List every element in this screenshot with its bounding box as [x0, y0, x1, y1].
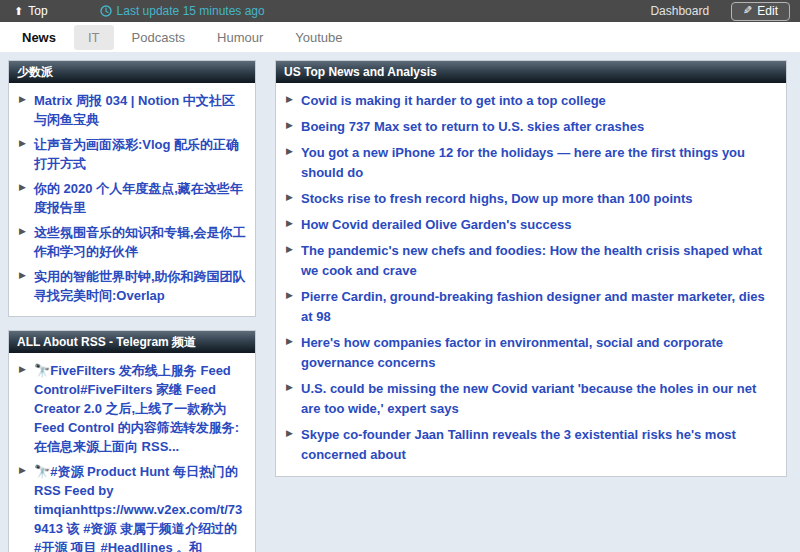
feed-item-link[interactable]: The pandemic's new chefs and foodies: Ho…: [301, 241, 778, 281]
tab-label: Humour: [217, 30, 263, 45]
edit-button[interactable]: ✎ Edit: [731, 2, 790, 21]
bullet-icon: ▶: [286, 215, 301, 235]
top-bar: ⬆ Top Last update 15 minutes ago Dashboa…: [0, 0, 800, 22]
panel-shaoshupai: 少数派 ▶ Matrix 周报 034 | Notion 中文社区与闲鱼宝典 ▶…: [8, 60, 256, 317]
feed-item: ▶ Covid is making it harder to get into …: [286, 91, 778, 111]
tab-label: News: [22, 30, 56, 45]
bullet-icon: ▶: [19, 462, 34, 552]
tab-podcasts[interactable]: Podcasts: [118, 25, 199, 50]
tab-bar: News IT Podcasts Humour Youtube: [0, 22, 800, 52]
bullet-icon: ▶: [19, 179, 34, 217]
last-update-status: Last update 15 minutes ago: [100, 4, 265, 18]
feed-item: ▶ 这些氛围音乐的知识和专辑,会是你工作和学习的好伙伴: [19, 223, 247, 261]
feed-item: ▶ Boeing 737 Max set to return to U.S. s…: [286, 117, 778, 137]
tab-label: Youtube: [295, 30, 342, 45]
panel-title: 少数派: [9, 61, 255, 83]
feed-item-link[interactable]: Here's how companies factor in environme…: [301, 333, 778, 373]
clock-icon: [100, 5, 112, 17]
feed-item: ▶ You got a new iPhone 12 for the holida…: [286, 143, 778, 183]
feed-item: ▶ Matrix 周报 034 | Notion 中文社区与闲鱼宝典: [19, 91, 247, 129]
pencil-icon: ✎: [743, 4, 752, 17]
feed-item: ▶ 🔭FiveFilters 发布线上服务 Feed Control#FiveF…: [19, 361, 247, 456]
bullet-icon: ▶: [19, 223, 34, 261]
bullet-icon: ▶: [286, 287, 301, 327]
feed-item: ▶ 你的 2020 个人年度盘点,藏在这些年度报告里: [19, 179, 247, 217]
tab-label: Podcasts: [132, 30, 185, 45]
bullet-icon: ▶: [286, 189, 301, 209]
feed-item-link[interactable]: 你的 2020 个人年度盘点,藏在这些年度报告里: [34, 179, 247, 217]
scroll-to-top-button[interactable]: ⬆ Top: [14, 4, 48, 18]
bullet-icon: ▶: [19, 267, 34, 305]
dashboard-content: 少数派 ▶ Matrix 周报 034 | Notion 中文社区与闲鱼宝典 ▶…: [0, 52, 800, 552]
feed-item-link[interactable]: Matrix 周报 034 | Notion 中文社区与闲鱼宝典: [34, 91, 247, 129]
feed-item-link[interactable]: How Covid derailed Olive Garden's succes…: [301, 215, 571, 235]
feed-item-link[interactable]: Stocks rise to fresh record highs, Dow u…: [301, 189, 693, 209]
feed-item-link[interactable]: Skype co-founder Jaan Tallinn reveals th…: [301, 425, 778, 465]
panel-body: ▶ Matrix 周报 034 | Notion 中文社区与闲鱼宝典 ▶ 让声音…: [9, 83, 255, 316]
top-label: Top: [28, 4, 47, 18]
panel-title: US Top News and Analysis: [276, 61, 786, 83]
feed-item-link[interactable]: 这些氛围音乐的知识和专辑,会是你工作和学习的好伙伴: [34, 223, 247, 261]
feed-item-link[interactable]: Covid is making it harder to get into a …: [301, 91, 606, 111]
feed-item: ▶ 让声音为画面添彩:Vlog 配乐的正确打开方式: [19, 135, 247, 173]
last-update-text: Last update 15 minutes ago: [117, 4, 265, 18]
feed-item: ▶ How Covid derailed Olive Garden's succ…: [286, 215, 778, 235]
panel-us-top-news: US Top News and Analysis ▶ Covid is maki…: [275, 60, 787, 477]
tab-humour[interactable]: Humour: [203, 25, 277, 50]
tab-youtube[interactable]: Youtube: [281, 25, 356, 50]
feed-item: ▶ 实用的智能世界时钟,助你和跨国团队寻找完美时间:Overlap: [19, 267, 247, 305]
bullet-icon: ▶: [286, 143, 301, 183]
bullet-icon: ▶: [286, 425, 301, 465]
feed-item-link[interactable]: Pierre Cardin, ground-breaking fashion d…: [301, 287, 778, 327]
dashboard-link[interactable]: Dashboard: [650, 4, 709, 18]
panel-title: ALL About RSS - Telegram 频道: [9, 331, 255, 353]
tab-label: IT: [88, 30, 100, 45]
bullet-icon: ▶: [286, 379, 301, 419]
feed-item: ▶ Pierre Cardin, ground-breaking fashion…: [286, 287, 778, 327]
tab-it[interactable]: IT: [74, 25, 114, 50]
bullet-icon: ▶: [19, 135, 34, 173]
up-arrow-icon: ⬆: [14, 6, 23, 17]
feed-item-link[interactable]: 实用的智能世界时钟,助你和跨国团队寻找完美时间:Overlap: [34, 267, 247, 305]
tab-news[interactable]: News: [8, 25, 70, 50]
panel-body: ▶ Covid is making it harder to get into …: [276, 83, 786, 476]
feed-item: ▶ Here's how companies factor in environ…: [286, 333, 778, 373]
feed-item: ▶ U.S. could be missing the new Covid va…: [286, 379, 778, 419]
bullet-icon: ▶: [286, 91, 301, 111]
feed-item-link[interactable]: U.S. could be missing the new Covid vari…: [301, 379, 778, 419]
feed-item: ▶ Skype co-founder Jaan Tallinn reveals …: [286, 425, 778, 465]
feed-item-link[interactable]: 让声音为画面添彩:Vlog 配乐的正确打开方式: [34, 135, 247, 173]
bullet-icon: ▶: [286, 333, 301, 373]
feed-item: ▶ 🔭#资源 Product Hunt 每日热门的 RSS Feed by ti…: [19, 462, 247, 552]
edit-button-label: Edit: [757, 4, 778, 18]
feed-item-link[interactable]: 🔭#资源 Product Hunt 每日热门的 RSS Feed by timq…: [34, 462, 247, 552]
feed-item-link[interactable]: 🔭FiveFilters 发布线上服务 Feed Control#FiveFil…: [34, 361, 247, 456]
panel-body: ▶ 🔭FiveFilters 发布线上服务 Feed Control#FiveF…: [9, 353, 255, 552]
bullet-icon: ▶: [286, 241, 301, 281]
bullet-icon: ▶: [19, 91, 34, 129]
left-column: 少数派 ▶ Matrix 周报 034 | Notion 中文社区与闲鱼宝典 ▶…: [8, 60, 256, 552]
feed-item-link[interactable]: Boeing 737 Max set to return to U.S. ski…: [301, 117, 644, 137]
panel-all-about-rss: ALL About RSS - Telegram 频道 ▶ 🔭FiveFilte…: [8, 330, 256, 552]
feed-item: ▶ Stocks rise to fresh record highs, Dow…: [286, 189, 778, 209]
feed-item-link[interactable]: You got a new iPhone 12 for the holidays…: [301, 143, 778, 183]
feed-item: ▶ The pandemic's new chefs and foodies: …: [286, 241, 778, 281]
bullet-icon: ▶: [19, 361, 34, 456]
bullet-icon: ▶: [286, 117, 301, 137]
right-column: US Top News and Analysis ▶ Covid is maki…: [275, 60, 787, 490]
